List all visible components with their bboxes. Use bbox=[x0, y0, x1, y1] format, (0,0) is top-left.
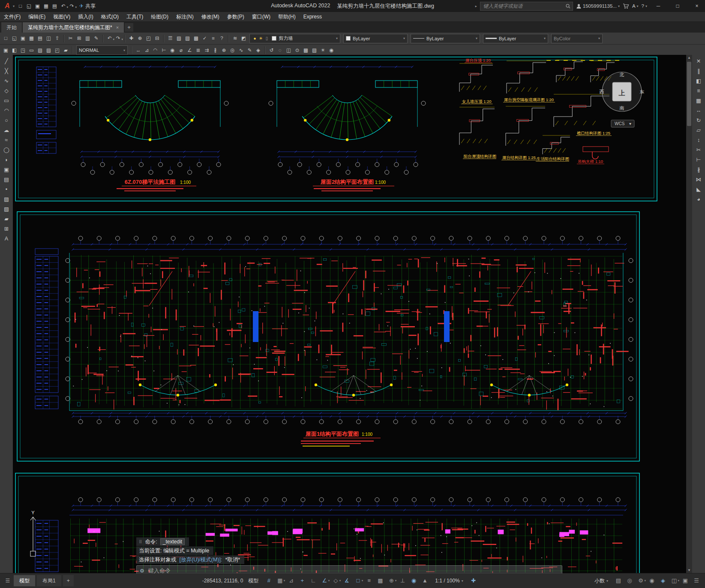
save-as-icon[interactable]: ▦ bbox=[27, 34, 36, 42]
menu-item-12[interactable]: Express bbox=[300, 12, 326, 21]
trim-icon[interactable]: ✂ bbox=[694, 146, 703, 154]
layer-states-icon[interactable]: ◩ bbox=[240, 34, 248, 42]
boundary-icon[interactable]: ◰ bbox=[53, 46, 61, 54]
table-icon[interactable]: ⊞ bbox=[2, 225, 11, 233]
dim-radius-icon[interactable]: ◉ bbox=[168, 46, 177, 54]
attach-image-icon[interactable]: ▭ bbox=[27, 46, 36, 54]
tolerance-icon[interactable]: ⊕ bbox=[220, 46, 228, 54]
region-icon[interactable]: ▰ bbox=[62, 46, 70, 54]
scrollbar-thumb[interactable] bbox=[687, 62, 691, 126]
circle-icon[interactable]: ○ bbox=[2, 116, 11, 125]
properties-palette-icon[interactable]: ☰ bbox=[166, 34, 174, 42]
ellipse-arc-icon[interactable]: ◗ bbox=[2, 156, 11, 164]
materials-icon[interactable]: ▨ bbox=[310, 46, 318, 54]
redraw-icon[interactable]: ↺ bbox=[267, 46, 276, 54]
layer-properties-icon[interactable]: ≋ bbox=[231, 34, 239, 42]
command-input[interactable] bbox=[147, 567, 559, 573]
viewcube-west[interactable]: 西 bbox=[600, 89, 604, 94]
object-isolate-icon[interactable]: ◎ bbox=[624, 576, 635, 586]
rectangle-icon[interactable]: ▭ bbox=[2, 96, 11, 105]
dynamic-input-icon[interactable]: + bbox=[297, 576, 307, 586]
lock-ui-icon[interactable]: ◫▾ bbox=[669, 576, 679, 586]
named-views-icon[interactable]: ◫ bbox=[285, 46, 293, 54]
clean-screen-icon[interactable]: ▣ bbox=[680, 576, 690, 586]
stretch-icon[interactable]: ↕ bbox=[694, 136, 703, 144]
autodesk-app-menu[interactable]: A ▾ bbox=[632, 3, 639, 9]
dim-continue-icon[interactable]: ⇉ bbox=[203, 46, 211, 54]
menu-item-4[interactable]: 格式(O) bbox=[97, 12, 123, 21]
title-roof1-plan[interactable]: 屋面1结构平面布置图 bbox=[305, 431, 359, 437]
match-properties-icon[interactable]: ✎ bbox=[92, 34, 100, 42]
make-block-icon[interactable]: ▤ bbox=[2, 175, 11, 184]
qat-save-icon[interactable]: ▣ bbox=[33, 2, 42, 10]
zoom-previous-icon[interactable]: ⊟ bbox=[153, 34, 161, 42]
copy-clip-icon[interactable]: ⊞ bbox=[75, 34, 83, 42]
join-icon[interactable]: ⋈ bbox=[694, 175, 703, 184]
text-style-select[interactable]: NORMAL ▾ bbox=[76, 45, 128, 55]
insert-icon[interactable]: ▣ bbox=[2, 165, 11, 174]
model-space-toggle[interactable]: 模型 bbox=[245, 576, 262, 586]
object-snap-icon[interactable]: □▾ bbox=[353, 576, 363, 586]
close-button[interactable]: × bbox=[689, 0, 705, 12]
hatch-icon[interactable]: ▨ bbox=[36, 46, 44, 54]
arc-icon[interactable]: ◠ bbox=[2, 106, 11, 115]
construction-line-icon[interactable]: ╳ bbox=[2, 67, 11, 75]
linetype-select[interactable]: ByLayer ▾ bbox=[411, 34, 480, 43]
dynamic-ucs-icon[interactable]: ⊥ bbox=[397, 576, 408, 586]
wcs-control[interactable]: WCS ▾ bbox=[611, 120, 634, 127]
qat-redo-icon[interactable]: ↷▾ bbox=[68, 2, 76, 10]
publish-icon[interactable]: ⇧ bbox=[53, 34, 61, 42]
rotate-icon[interactable]: ↻ bbox=[694, 116, 703, 125]
command-customize-icon[interactable]: ⚙ bbox=[140, 568, 144, 574]
workspace-switching-icon[interactable]: ⚙▾ bbox=[636, 576, 646, 586]
search-icon[interactable] bbox=[566, 4, 570, 9]
detail-label-3[interactable]: 檐口结构详图 1:25 bbox=[577, 131, 610, 135]
array-icon[interactable]: ▦ bbox=[694, 96, 703, 105]
search-expand-icon[interactable]: ▸ bbox=[475, 4, 477, 8]
dim-diameter-icon[interactable]: ⌀ bbox=[177, 46, 185, 54]
title-stair-plan[interactable]: 6Z.070梯平法施工图 bbox=[125, 179, 175, 185]
title-roof1-scale[interactable]: 1:100 bbox=[362, 432, 372, 437]
open-icon[interactable]: ◱ bbox=[10, 34, 18, 42]
new-layout-button[interactable]: + bbox=[63, 575, 74, 586]
undo-icon[interactable]: ↶▾ bbox=[105, 34, 114, 42]
regen-icon[interactable]: ◌ bbox=[276, 46, 284, 54]
dim-jogged-icon[interactable]: ∿ bbox=[237, 46, 245, 54]
layout-tabs-menu-icon[interactable]: ☰ bbox=[3, 578, 12, 584]
dim-linear-icon[interactable]: ↔ bbox=[134, 46, 142, 54]
render-icon[interactable]: ▩ bbox=[302, 46, 310, 54]
layout1-tab[interactable]: 布局1 bbox=[37, 575, 61, 586]
infer-constraints-icon[interactable]: ⊿ bbox=[286, 576, 296, 586]
paste-icon[interactable]: ▥ bbox=[84, 34, 92, 42]
detail-label-6[interactable]: 生活阳台结构详图 bbox=[536, 156, 569, 161]
model-tab[interactable]: 模型 bbox=[14, 575, 35, 586]
menu-item-0[interactable]: 文件(F) bbox=[0, 12, 24, 21]
account-menu[interactable]: 15059991135... ▾ bbox=[576, 3, 620, 9]
detail-label-2[interactable]: 露台挑空隔板琉璃详图 1:20 bbox=[504, 97, 554, 102]
detail-label-0[interactable]: 露台压顶 1:20 bbox=[465, 58, 491, 63]
hatch-draw-icon[interactable]: ▨ bbox=[2, 195, 11, 204]
isometric-drafting-icon[interactable]: ◇▾ bbox=[330, 576, 341, 586]
cad-drawing[interactable]: 露台压顶 1:20女儿墙压顶 1:20露台挑空隔板琉璃详图 1:20檐口结构详图… bbox=[13, 55, 686, 573]
viewcube-top-face[interactable]: 上 bbox=[618, 89, 625, 96]
drawing-area[interactable]: 露台压顶 1:20女儿墙压顶 1:20露台挑空隔板琉璃详图 1:20檐口结构详图… bbox=[13, 55, 686, 573]
wcs-caret-icon[interactable]: ▾ bbox=[629, 121, 631, 126]
erase-icon[interactable]: ✕ bbox=[694, 57, 703, 66]
title-roof2-plan[interactable]: 屋面2结构平面布置图 bbox=[320, 179, 374, 185]
command-input-bar[interactable]: ⚙ bbox=[136, 565, 562, 573]
dim-ordinate-icon[interactable]: ⊢ bbox=[160, 46, 168, 54]
designcenter-icon[interactable]: ▧ bbox=[175, 34, 183, 42]
title-stair-scale[interactable]: 1:100 bbox=[180, 180, 191, 185]
plot-preview-icon[interactable]: ◫ bbox=[45, 34, 53, 42]
scale-tool-icon[interactable]: ▱ bbox=[694, 126, 703, 135]
move-icon[interactable]: ↔ bbox=[694, 106, 703, 115]
customization-icon[interactable]: ☰ bbox=[691, 576, 702, 586]
viewcube-south[interactable]: 南 bbox=[620, 105, 624, 111]
qat-undo-icon[interactable]: ↶▾ bbox=[59, 2, 67, 10]
tab-close-icon[interactable]: × bbox=[116, 25, 119, 30]
pan-icon[interactable]: ✚ bbox=[127, 34, 135, 42]
qat-open-icon[interactable]: ◱ bbox=[25, 2, 33, 10]
line-icon[interactable]: ╱ bbox=[2, 57, 11, 66]
plot-icon[interactable]: ▤ bbox=[36, 34, 44, 42]
help-menu[interactable]: ? ▾ bbox=[642, 3, 647, 9]
